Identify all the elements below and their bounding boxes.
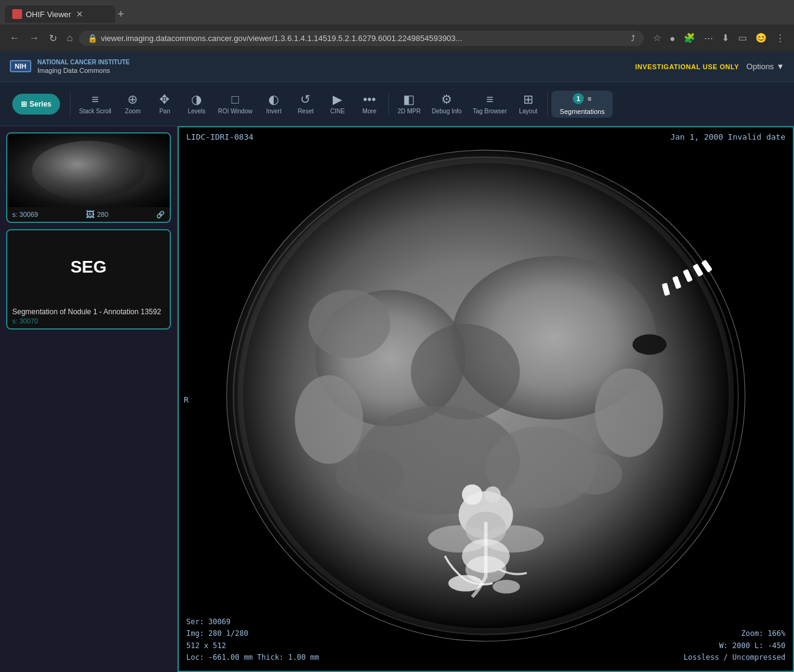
stack-scroll-button[interactable]: ≡ Stack Scroll [74,86,116,123]
segmentations-badge: 1 [573,93,584,104]
back-button[interactable]: ← [6,30,23,46]
series-icon: ⊞ [21,100,27,108]
stack-scroll-label: Stack Scroll [79,108,112,115]
svg-point-4 [309,290,391,358]
main-layout: s: 30069 🖼 280 🔗 SEG Segmentation of Nod… [0,126,794,672]
avatar-icon[interactable]: 😊 [752,30,770,46]
mpr-button[interactable]: ◧ 2D MPR [393,86,426,123]
investigational-banner: INVESTIGATIONAL USE ONLY [635,63,739,70]
layout-button[interactable]: ⊞ Layout [513,86,543,123]
viewer-bottom-info: Ser: 30069 Img: 280 1/280 512 x 512 Loc:… [186,616,319,663]
forward-button[interactable]: → [26,30,43,46]
tag-browser-icon: ≡ [486,93,494,105]
cine-button[interactable]: ▶ CINE [322,86,353,123]
roi-window-button[interactable]: □ ROI Window [213,86,257,123]
extensions-btn[interactable]: ⋯ [701,30,716,46]
cine-label: CINE [330,108,345,115]
svg-point-26 [568,454,622,495]
ct-scan-svg [179,127,793,671]
viewer-panel[interactable]: LIDC-IDRI-0834 Jan 1, 2000 Invalid date … [178,126,794,672]
series-label: Series [29,100,51,108]
seg-list-icon: ≡ [588,95,591,102]
series-btn-inner[interactable]: ⊞ Series [12,94,60,115]
sidebar: s: 30069 🖼 280 🔗 SEG Segmentation of Nod… [0,126,178,672]
reload-button[interactable]: ↻ [45,30,61,47]
series-info: Ser: 30069 [186,616,319,628]
seg-type-label: SEG [70,257,107,277]
new-tab-button[interactable]: + [118,8,124,21]
svg-point-8 [295,376,363,464]
levels-button[interactable]: ◑ Levels [181,86,212,123]
viewer-date-label: Jan 1, 2000 Invalid date [670,132,785,142]
download-icon[interactable]: ⬇ [719,30,733,46]
extension-icon[interactable]: 🧩 [681,30,698,46]
layout-label: Layout [519,108,537,115]
more-icon: ••• [363,93,376,105]
compression-info: Lossless / Uncompressed [684,652,785,663]
zoom-button[interactable]: ⊕ Zoom [118,86,148,123]
org-line2: Imaging Data Commons [37,66,130,75]
svg-point-27 [336,450,404,498]
separator-2 [388,92,389,116]
tab-bar: OHIF Viewer ✕ + [0,0,794,25]
menu-icon[interactable]: ⋮ [773,30,788,46]
profile-icon[interactable]: ● [667,31,678,46]
levels-label: Levels [187,108,205,115]
debug-info-button[interactable]: ⚙ Debug Info [427,86,467,123]
options-chevron: ▼ [776,62,784,71]
date-label-text: Jan 1, 2000 Invalid date [670,132,785,142]
viewer-study-label: LIDC-IDRI-0834 [186,132,254,142]
series-1-link-icon[interactable]: 🔗 [156,211,165,219]
invert-label: Invert [266,108,281,115]
tag-browser-button[interactable]: ≡ Tag Browser [468,86,512,123]
browser-actions: ☆ ● 🧩 ⋯ ⬇ ▭ 😊 ⋮ [650,30,788,46]
tab-favicon [12,9,22,19]
address-bar[interactable]: 🔒 viewer.imaging.datacommons.cancer.gov/… [79,31,644,46]
svg-point-15 [485,486,501,503]
debug-icon: ⚙ [441,93,452,105]
options-label: Options [746,62,774,71]
segmentations-button[interactable]: 1 ≡ Segmentations [551,91,613,118]
reset-label: Reset [298,108,314,115]
pan-label: Pan [159,108,170,115]
cast-icon[interactable]: ▭ [735,30,750,46]
levels-icon: ◑ [191,93,202,105]
bookmark-icon[interactable]: ☆ [650,30,664,46]
options-button[interactable]: Options ▼ [746,62,784,71]
seg-series-card[interactable]: SEG Segmentation of Nodule 1 - Annotatio… [6,229,171,330]
zoom-info: Zoom: 166% [684,628,785,640]
app-header-right: INVESTIGATIONAL USE ONLY Options ▼ [635,62,784,71]
home-button[interactable]: ⌂ [63,30,77,46]
tag-browser-label: Tag Browser [473,108,507,115]
series-1-image [7,134,170,207]
study-label-text: LIDC-IDRI-0834 [186,132,254,142]
series-1-id: s: 30069 [12,211,38,218]
seg-title: Segmentation of Nodule 1 - Annotation 13… [7,304,170,317]
svg-point-25 [493,580,520,594]
invert-icon: ◐ [268,93,279,105]
toolbar: ⊞ Series ≡ Stack Scroll ⊕ Zoom ✥ Pan ◑ L… [0,82,794,126]
zoom-label: Zoom [125,108,141,115]
pan-icon: ✥ [159,93,170,105]
pan-button[interactable]: ✥ Pan [149,86,180,123]
ct-thumb-image [7,134,170,207]
more-button[interactable]: ••• More [354,86,385,123]
invert-button[interactable]: ◐ Invert [259,86,289,123]
svg-point-18 [632,334,667,355]
svg-point-9 [595,368,663,457]
cine-icon: ▶ [333,93,342,105]
roi-window-icon: □ [232,93,239,105]
viewer-bottom-right-info: Zoom: 166% W: 2000 L: -450 Lossless / Un… [684,628,785,663]
layout-icon: ⊞ [523,93,534,105]
image-stack-icon: 🖼 [86,210,94,219]
location-info: Loc: -661.00 mm Thick: 1.00 mm [186,652,319,663]
active-tab[interactable]: OHIF Viewer ✕ [5,6,115,23]
dimensions-info: 512 x 512 [186,640,319,652]
reset-button[interactable]: ↺ Reset [290,86,321,123]
more-label: More [363,108,377,115]
series-1-image-count: 280 [97,211,108,218]
series-1-thumbnail[interactable]: s: 30069 🖼 280 🔗 [6,132,171,223]
series-button[interactable]: ⊞ Series [6,90,66,118]
tab-close-button[interactable]: ✕ [76,9,83,19]
svg-point-5 [411,324,520,420]
